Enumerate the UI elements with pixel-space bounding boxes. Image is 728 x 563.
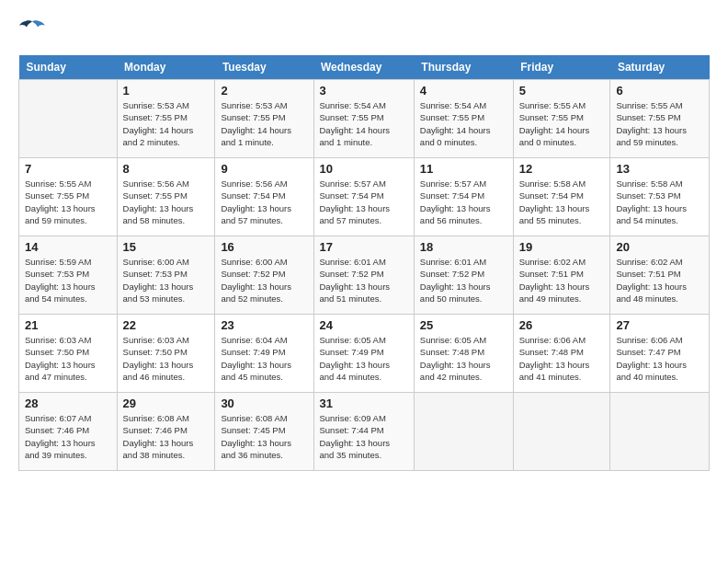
- day-info: Sunrise: 6:07 AM Sunset: 7:46 PM Dayligh…: [25, 412, 111, 461]
- calendar-week-row: 14Sunrise: 5:59 AM Sunset: 7:53 PM Dayli…: [19, 236, 710, 315]
- calendar-cell: 7Sunrise: 5:55 AM Sunset: 7:55 PM Daylig…: [19, 158, 118, 236]
- day-info: Sunrise: 5:58 AM Sunset: 7:54 PM Dayligh…: [519, 178, 605, 226]
- calendar-cell: 31Sunrise: 6:09 AM Sunset: 7:44 PM Dayli…: [313, 393, 414, 471]
- calendar-header-row: SundayMondayTuesdayWednesdayThursdayFrid…: [19, 55, 710, 80]
- calendar-cell: [19, 80, 118, 158]
- day-info: Sunrise: 6:01 AM Sunset: 7:52 PM Dayligh…: [420, 256, 507, 304]
- day-info: Sunrise: 5:58 AM Sunset: 7:53 PM Dayligh…: [616, 178, 703, 226]
- calendar-cell: 23Sunrise: 6:04 AM Sunset: 7:49 PM Dayli…: [215, 315, 313, 393]
- day-number: 27: [616, 318, 703, 332]
- day-number: 2: [221, 84, 307, 98]
- calendar-week-row: 21Sunrise: 6:03 AM Sunset: 7:50 PM Dayli…: [19, 315, 710, 393]
- calendar-cell: 6Sunrise: 5:55 AM Sunset: 7:55 PM Daylig…: [610, 80, 710, 158]
- day-info: Sunrise: 5:56 AM Sunset: 7:55 PM Dayligh…: [123, 178, 210, 226]
- day-number: 12: [519, 162, 605, 176]
- calendar-cell: 27Sunrise: 6:06 AM Sunset: 7:47 PM Dayli…: [610, 315, 710, 393]
- day-info: Sunrise: 6:02 AM Sunset: 7:51 PM Dayligh…: [519, 256, 605, 304]
- calendar-table: SundayMondayTuesdayWednesdayThursdayFrid…: [18, 55, 710, 471]
- calendar-cell: 4Sunrise: 5:54 AM Sunset: 7:55 PM Daylig…: [414, 80, 513, 158]
- day-number: 23: [221, 318, 307, 332]
- calendar-cell: 22Sunrise: 6:03 AM Sunset: 7:50 PM Dayli…: [117, 315, 215, 393]
- calendar-cell: 2Sunrise: 5:53 AM Sunset: 7:55 PM Daylig…: [215, 80, 313, 158]
- calendar-cell: 19Sunrise: 6:02 AM Sunset: 7:51 PM Dayli…: [513, 236, 610, 315]
- day-number: 22: [123, 318, 210, 332]
- day-number: 18: [420, 240, 507, 254]
- logo: [18, 18, 50, 41]
- day-info: Sunrise: 6:00 AM Sunset: 7:52 PM Dayligh…: [221, 256, 307, 304]
- day-number: 9: [221, 162, 307, 176]
- day-number: 25: [420, 318, 507, 332]
- day-number: 11: [420, 162, 507, 176]
- day-header-tuesday: Tuesday: [215, 55, 313, 80]
- day-number: 29: [123, 396, 210, 410]
- day-number: 8: [123, 162, 210, 176]
- calendar-cell: 28Sunrise: 6:07 AM Sunset: 7:46 PM Dayli…: [19, 393, 118, 471]
- calendar-cell: 11Sunrise: 5:57 AM Sunset: 7:54 PM Dayli…: [414, 158, 513, 236]
- day-info: Sunrise: 5:57 AM Sunset: 7:54 PM Dayligh…: [420, 178, 507, 226]
- day-info: Sunrise: 5:59 AM Sunset: 7:53 PM Dayligh…: [25, 256, 111, 304]
- day-number: 1: [123, 84, 210, 98]
- day-number: 26: [519, 318, 605, 332]
- calendar-cell: 20Sunrise: 6:02 AM Sunset: 7:51 PM Dayli…: [610, 236, 710, 315]
- day-number: 10: [320, 162, 408, 176]
- calendar-week-row: 1Sunrise: 5:53 AM Sunset: 7:55 PM Daylig…: [19, 80, 710, 158]
- day-info: Sunrise: 5:56 AM Sunset: 7:54 PM Dayligh…: [221, 178, 307, 226]
- day-number: 24: [320, 318, 408, 332]
- day-info: Sunrise: 5:54 AM Sunset: 7:55 PM Dayligh…: [320, 99, 408, 148]
- calendar-cell: 17Sunrise: 6:01 AM Sunset: 7:52 PM Dayli…: [313, 236, 414, 315]
- day-info: Sunrise: 6:03 AM Sunset: 7:50 PM Dayligh…: [25, 334, 111, 383]
- calendar-cell: 18Sunrise: 6:01 AM Sunset: 7:52 PM Dayli…: [414, 236, 513, 315]
- calendar-cell: 26Sunrise: 6:06 AM Sunset: 7:48 PM Dayli…: [513, 315, 610, 393]
- day-info: Sunrise: 6:08 AM Sunset: 7:46 PM Dayligh…: [123, 412, 210, 461]
- day-info: Sunrise: 6:00 AM Sunset: 7:53 PM Dayligh…: [123, 256, 210, 304]
- calendar-cell: 25Sunrise: 6:05 AM Sunset: 7:48 PM Dayli…: [414, 315, 513, 393]
- day-number: 6: [616, 84, 703, 98]
- day-number: 30: [221, 396, 307, 410]
- logo-bird-icon: [18, 18, 46, 41]
- day-header-monday: Monday: [117, 55, 215, 80]
- calendar-cell: 16Sunrise: 6:00 AM Sunset: 7:52 PM Dayli…: [215, 236, 313, 315]
- page-header: [18, 18, 710, 41]
- day-number: 28: [25, 396, 111, 410]
- calendar-cell: [610, 393, 710, 471]
- day-info: Sunrise: 6:05 AM Sunset: 7:49 PM Dayligh…: [320, 334, 408, 383]
- day-header-thursday: Thursday: [414, 55, 513, 80]
- calendar-cell: 29Sunrise: 6:08 AM Sunset: 7:46 PM Dayli…: [117, 393, 215, 471]
- calendar-cell: [513, 393, 610, 471]
- day-header-sunday: Sunday: [19, 55, 118, 80]
- day-number: 5: [519, 84, 605, 98]
- day-info: Sunrise: 6:05 AM Sunset: 7:48 PM Dayligh…: [420, 334, 507, 383]
- day-header-friday: Friday: [513, 55, 610, 80]
- calendar-cell: 3Sunrise: 5:54 AM Sunset: 7:55 PM Daylig…: [313, 80, 414, 158]
- day-info: Sunrise: 6:06 AM Sunset: 7:48 PM Dayligh…: [519, 334, 605, 383]
- day-info: Sunrise: 5:55 AM Sunset: 7:55 PM Dayligh…: [616, 99, 703, 148]
- day-info: Sunrise: 6:03 AM Sunset: 7:50 PM Dayligh…: [123, 334, 210, 383]
- calendar-cell: 30Sunrise: 6:08 AM Sunset: 7:45 PM Dayli…: [215, 393, 313, 471]
- calendar-cell: 5Sunrise: 5:55 AM Sunset: 7:55 PM Daylig…: [513, 80, 610, 158]
- day-header-wednesday: Wednesday: [313, 55, 414, 80]
- day-info: Sunrise: 5:53 AM Sunset: 7:55 PM Dayligh…: [123, 99, 210, 148]
- day-number: 4: [420, 84, 507, 98]
- calendar-cell: 1Sunrise: 5:53 AM Sunset: 7:55 PM Daylig…: [117, 80, 215, 158]
- day-info: Sunrise: 5:57 AM Sunset: 7:54 PM Dayligh…: [320, 178, 408, 226]
- calendar-cell: 14Sunrise: 5:59 AM Sunset: 7:53 PM Dayli…: [19, 236, 118, 315]
- day-number: 19: [519, 240, 605, 254]
- calendar-cell: 12Sunrise: 5:58 AM Sunset: 7:54 PM Dayli…: [513, 158, 610, 236]
- day-info: Sunrise: 6:06 AM Sunset: 7:47 PM Dayligh…: [616, 334, 703, 383]
- day-number: 17: [320, 240, 408, 254]
- day-info: Sunrise: 6:01 AM Sunset: 7:52 PM Dayligh…: [320, 256, 408, 304]
- calendar-cell: 15Sunrise: 6:00 AM Sunset: 7:53 PM Dayli…: [117, 236, 215, 315]
- day-info: Sunrise: 6:04 AM Sunset: 7:49 PM Dayligh…: [221, 334, 307, 383]
- day-number: 20: [616, 240, 703, 254]
- day-info: Sunrise: 5:55 AM Sunset: 7:55 PM Dayligh…: [25, 178, 111, 226]
- day-number: 15: [123, 240, 210, 254]
- day-number: 21: [25, 318, 111, 332]
- day-info: Sunrise: 6:02 AM Sunset: 7:51 PM Dayligh…: [616, 256, 703, 304]
- calendar-cell: 24Sunrise: 6:05 AM Sunset: 7:49 PM Dayli…: [313, 315, 414, 393]
- day-number: 3: [320, 84, 408, 98]
- day-number: 14: [25, 240, 111, 254]
- day-info: Sunrise: 5:55 AM Sunset: 7:55 PM Dayligh…: [519, 99, 605, 148]
- day-info: Sunrise: 6:09 AM Sunset: 7:44 PM Dayligh…: [320, 412, 408, 461]
- calendar-cell: 8Sunrise: 5:56 AM Sunset: 7:55 PM Daylig…: [117, 158, 215, 236]
- calendar-week-row: 28Sunrise: 6:07 AM Sunset: 7:46 PM Dayli…: [19, 393, 710, 471]
